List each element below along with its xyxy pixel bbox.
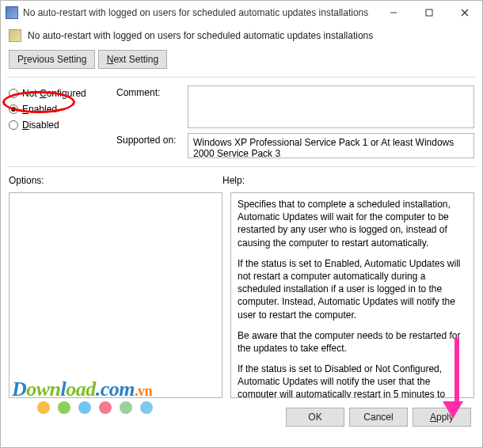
help-paragraph: Be aware that the computer needs to be r… xyxy=(238,329,467,355)
mid-labels: Options: Help: xyxy=(1,167,482,189)
comment-textarea[interactable] xyxy=(188,85,474,128)
help-paragraph: If the status is set to Enabled, Automat… xyxy=(238,257,467,321)
window-controls xyxy=(375,1,482,25)
policy-title: No auto-restart with logged on users for… xyxy=(28,30,373,41)
radio-enabled[interactable]: Enabled xyxy=(9,101,104,117)
cancel-button[interactable]: Cancel xyxy=(349,408,408,427)
watermark-logo: Download.com.vn xyxy=(12,378,152,401)
window-titlebar: No auto-restart with logged on users for… xyxy=(1,1,482,25)
app-icon xyxy=(6,6,18,19)
ok-button[interactable]: OK xyxy=(286,408,344,427)
supported-on-text: Windows XP Professional Service Pack 1 o… xyxy=(188,133,474,158)
supported-label: Supported on: xyxy=(116,133,188,146)
close-button[interactable] xyxy=(447,1,482,25)
previous-setting-button[interactable]: Previous Setting xyxy=(9,50,95,69)
nav-buttons: Previous Setting Next Setting xyxy=(1,45,482,77)
help-label: Help: xyxy=(222,175,245,186)
radio-icon xyxy=(9,104,18,114)
watermark-dots xyxy=(37,401,153,414)
radio-icon xyxy=(9,89,18,98)
options-pane xyxy=(9,192,222,398)
comment-column: Comment: Supported on: Windows XP Profes… xyxy=(116,85,474,163)
minimize-button[interactable] xyxy=(375,1,411,25)
help-paragraph: If the status is set to Disabled or Not … xyxy=(238,363,467,398)
apply-button[interactable]: Apply xyxy=(413,408,471,427)
help-paragraph: Specifies that to complete a scheduled i… xyxy=(238,198,467,249)
radio-not-configured[interactable]: Not Configured xyxy=(9,85,104,101)
comment-label: Comment: xyxy=(116,85,188,98)
next-setting-button[interactable]: Next Setting xyxy=(98,50,167,69)
window-title: No auto-restart with logged on users for… xyxy=(23,7,375,18)
help-pane[interactable]: Specifies that to complete a scheduled i… xyxy=(230,192,474,398)
radio-icon xyxy=(9,120,18,130)
dialog-header: No auto-restart with logged on users for… xyxy=(1,25,482,45)
radio-disabled[interactable]: Disabled xyxy=(9,117,104,133)
lower-panes: Specifies that to complete a scheduled i… xyxy=(1,189,482,398)
config-row: Not Configured Enabled Disabled Comment:… xyxy=(1,78,482,166)
maximize-button[interactable] xyxy=(411,1,447,25)
svg-rect-1 xyxy=(426,9,432,16)
radio-label: Disabled xyxy=(22,120,59,131)
state-radio-group: Not Configured Enabled Disabled xyxy=(9,85,104,163)
options-label: Options: xyxy=(9,175,222,186)
radio-label: Enabled xyxy=(22,104,57,115)
radio-label: Not Configured xyxy=(22,88,86,99)
policy-icon xyxy=(9,29,21,42)
